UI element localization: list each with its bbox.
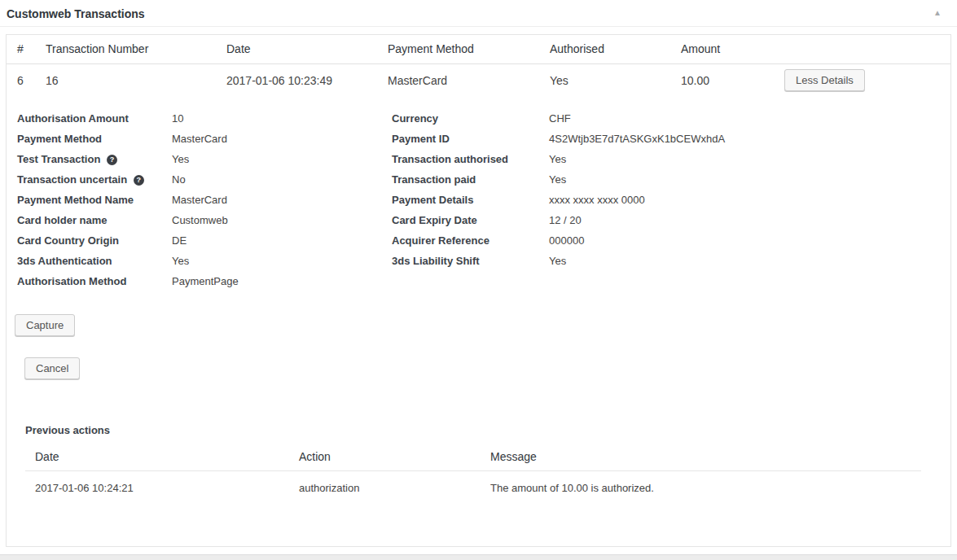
help-icon[interactable]: ?	[134, 175, 144, 186]
col-header-amount: Amount	[681, 35, 784, 63]
help-icon[interactable]: ?	[107, 155, 117, 165]
detail-row: Authorisation Amount 10 Currency CHF	[17, 111, 950, 127]
detail-label: Acquirer Reference	[392, 233, 549, 249]
col-header-authorised: Authorised	[550, 35, 681, 63]
detail-value: No	[172, 172, 392, 188]
detail-label: Payment ID	[392, 131, 549, 147]
detail-label-text: Transaction uncertain	[17, 173, 127, 186]
detail-row: Payment Method MasterCard Payment ID 4S2…	[17, 131, 950, 147]
detail-value: Yes	[549, 172, 744, 188]
cell-index: 6	[7, 63, 46, 97]
capture-button[interactable]: Capture	[15, 314, 75, 336]
previous-actions-title: Previous actions	[7, 422, 950, 439]
detail-row: Payment Method Name MasterCard Payment D…	[17, 192, 950, 208]
collapse-toggle-button[interactable]: ▲	[928, 3, 947, 23]
detail-label: Payment Method	[17, 131, 172, 147]
detail-value: CHF	[549, 111, 744, 127]
capture-button-row: Capture	[7, 314, 950, 336]
col-header-transaction-number: Transaction Number	[46, 35, 226, 63]
previous-actions-header-row: Date Action Message	[25, 450, 921, 471]
collapse-arrow-icon: ▲	[933, 8, 942, 17]
detail-label: Card Expiry Date	[392, 212, 549, 229]
detail-value: 10	[172, 111, 392, 127]
detail-value: 000000	[549, 233, 744, 249]
detail-value: Yes	[172, 253, 392, 269]
detail-value: Yes	[172, 151, 392, 168]
col-header-payment-method: Payment Method	[388, 35, 550, 63]
col-header-index: #	[7, 35, 46, 63]
detail-row: Test Transaction ? Yes Transaction autho…	[17, 151, 950, 168]
detail-row: Transaction uncertain ? No Transaction p…	[17, 172, 950, 188]
detail-row: Authorisation Method PaymentPage	[17, 273, 950, 290]
cell-transaction-number: 16	[46, 63, 226, 97]
detail-value: Yes	[549, 151, 744, 168]
panel-header: Customweb Transactions ▲	[0, 0, 957, 27]
detail-label-text: Test Transaction	[17, 153, 100, 165]
customweb-transactions-panel: Customweb Transactions ▲ # Transaction N…	[0, 0, 957, 560]
detail-label: 3ds Liability Shift	[392, 253, 549, 269]
prev-cell-message: The amount of 10.00 is authorized.	[490, 471, 921, 495]
detail-label: Authorisation Method	[17, 273, 172, 290]
detail-value: PaymentPage	[172, 273, 392, 290]
previous-action-row: 2017-01-06 10:24:21 authorization The am…	[25, 471, 921, 495]
previous-actions-table: Date Action Message 2017-01-06 10:24:21 …	[25, 450, 921, 494]
cell-payment-method: MasterCard	[388, 63, 550, 97]
detail-row: Card holder name Customweb Card Expiry D…	[17, 212, 950, 229]
detail-value: Customweb	[172, 212, 392, 229]
transaction-row: 6 16 2017-01-06 10:23:49 MasterCard Yes …	[7, 63, 950, 97]
panel-title: Customweb Transactions	[7, 7, 145, 20]
cell-authorised: Yes	[550, 63, 681, 97]
detail-label: Card holder name	[17, 212, 172, 229]
detail-value: DE	[172, 233, 392, 249]
cancel-button[interactable]: Cancel	[24, 357, 80, 379]
detail-row: 3ds Authentication Yes 3ds Liability Shi…	[17, 253, 950, 269]
transactions-table: # Transaction Number Date Payment Method…	[7, 35, 950, 97]
detail-label: Payment Method Name	[17, 192, 172, 208]
less-details-button[interactable]: Less Details	[784, 69, 865, 91]
detail-label: Transaction paid	[392, 172, 549, 188]
transactions-table-header-row: # Transaction Number Date Payment Method…	[7, 35, 950, 63]
cell-amount: 10.00	[681, 63, 784, 97]
transaction-details: Authorisation Amount 10 Currency CHF Pay…	[7, 111, 950, 290]
prev-col-header-action: Action	[299, 450, 490, 471]
detail-value: MasterCard	[172, 192, 392, 208]
prev-col-header-message: Message	[490, 450, 921, 471]
detail-label: Card Country Origin	[17, 233, 172, 249]
detail-label: Payment Details	[392, 192, 549, 208]
detail-label: Currency	[392, 111, 549, 127]
detail-value: Yes	[549, 253, 744, 269]
page-background-strip	[0, 554, 957, 560]
cancel-button-row: Cancel	[7, 357, 950, 379]
detail-value: xxxx xxxx xxxx 0000	[549, 192, 744, 208]
detail-label: Transaction authorised	[392, 151, 549, 168]
cell-date: 2017-01-06 10:23:49	[226, 63, 388, 97]
detail-label: 3ds Authentication	[17, 253, 172, 269]
panel-body: # Transaction Number Date Payment Method…	[0, 27, 957, 547]
col-header-date: Date	[226, 35, 388, 63]
detail-value: 4S2Wtjb3E7d7tASKGxK1bCEWxhdA	[549, 131, 744, 147]
detail-value: MasterCard	[172, 131, 392, 147]
prev-col-header-date: Date	[25, 450, 299, 471]
detail-label: Transaction uncertain ?	[17, 172, 172, 188]
transactions-box: # Transaction Number Date Payment Method…	[6, 34, 951, 547]
col-header-actions	[784, 35, 950, 63]
detail-row: Card Country Origin DE Acquirer Referenc…	[17, 233, 950, 249]
detail-value: 12 / 20	[549, 212, 744, 229]
prev-cell-date: 2017-01-06 10:24:21	[25, 471, 299, 495]
prev-cell-action: authorization	[299, 471, 490, 495]
detail-label: Test Transaction ?	[17, 151, 172, 168]
detail-label: Authorisation Amount	[17, 111, 172, 127]
